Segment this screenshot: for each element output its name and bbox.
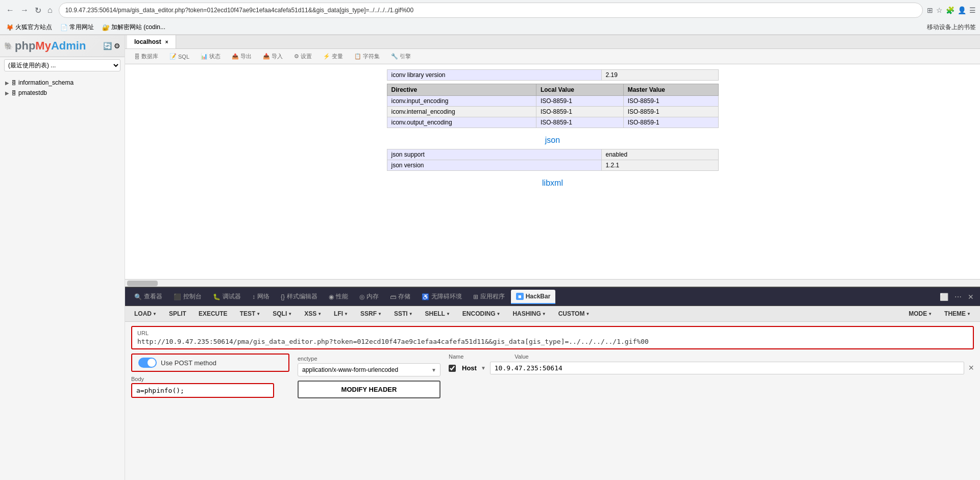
devtools-close-btn[interactable]: ✕ [966, 292, 976, 302]
hackbar-encoding-btn[interactable]: ENCODING ▼ [457, 308, 506, 319]
url-value[interactable]: http://10.9.47.235:50614/pma/gis_data_ed… [137, 338, 968, 345]
hackbar-mode-btn[interactable]: MODE ▼ [903, 308, 937, 319]
sidebar-item-information-schema[interactable]: ▶ 🗄 information_schema [4, 78, 120, 88]
iconv-directives-table: Directive Local Value Master Value iconv… [387, 84, 719, 128]
devtools-tab-storage[interactable]: 🗃 存储 [385, 289, 415, 304]
hackbar-ssrf-btn[interactable]: SSRF ▼ [355, 308, 387, 319]
hackbar-sqli-btn[interactable]: SQLI ▼ [267, 308, 297, 319]
bookmark-firefox[interactable]: 🦊 火狐官方站点 [4, 22, 54, 33]
devtools-tab-debugger[interactable]: 🐛 调试器 [208, 289, 246, 304]
bookmark-crypto[interactable]: 🔐 加解密网站 (codin... [100, 22, 167, 33]
menu-engine[interactable]: 🔧引擎 [386, 50, 416, 63]
hackbar: LOAD ▼ SPLIT EXECUTE TEST ▼ SQLI ▼ XSS ▼… [125, 306, 980, 480]
url-section: URL http://10.9.47.235:50614/pma/gis_dat… [131, 326, 974, 349]
devtools-tab-inspector[interactable]: 🔍 查看器 [129, 289, 167, 304]
devtools-actions: ⬜ ⋯ ✕ [938, 292, 976, 302]
iconv-version-label: iconv library version [387, 70, 601, 81]
test-arrow: ▼ [256, 312, 260, 316]
menu-status[interactable]: 📊状态 [195, 50, 226, 63]
hackbar-lfi-btn[interactable]: LFI ▼ [329, 308, 353, 319]
hackbar-shell-btn[interactable]: SHELL ▼ [420, 308, 455, 319]
application-icon: ⊞ [473, 293, 478, 300]
hackbar-test-btn[interactable]: TEST ▼ [235, 308, 266, 319]
master-output: ISO-8859-1 [623, 117, 718, 128]
bookmark-icon[interactable]: ☆ [936, 6, 943, 14]
menu-settings[interactable]: ⚙设置 [289, 50, 317, 63]
post-method-toggle[interactable] [138, 358, 157, 368]
master-internal: ISO-8859-1 [623, 107, 718, 117]
mobile-bookmarks: 移动设备上的书签 [927, 23, 976, 32]
sidebar-controls: (最近使用的表) ... [0, 57, 125, 73]
console-icon: ⬛ [174, 293, 181, 300]
iconv-version-table: iconv library version 2.19 [387, 69, 719, 81]
menu-icon[interactable]: ☰ [969, 6, 976, 14]
hackbar-hashing-btn[interactable]: HASHING ▼ [507, 308, 551, 319]
network-icon: ↕ [252, 293, 255, 300]
tab-close-icon[interactable]: × [165, 39, 168, 45]
body-input[interactable] [131, 383, 274, 398]
sidebar-refresh-btn[interactable]: 🔄 [103, 42, 112, 50]
horizontal-scrollbar[interactable] [125, 279, 980, 287]
back-button[interactable]: ← [4, 4, 16, 17]
devtools-tab-style-editor[interactable]: {} 样式编辑器 [276, 289, 323, 304]
directive-input: iconv.input_encoding [387, 96, 536, 107]
home-button[interactable]: ⌂ [45, 4, 55, 17]
tab-localhost[interactable]: localhost × [127, 35, 176, 48]
memory-icon: ◎ [359, 293, 364, 300]
reload-button[interactable]: ↻ [33, 4, 43, 17]
devtools-popout-btn[interactable]: ⬜ [938, 292, 950, 302]
devtools-tab-hackbar[interactable]: ■ HackBar [511, 290, 555, 304]
modify-header-button[interactable]: MODIFY HEADER [298, 381, 440, 398]
hackbar-ssti-btn[interactable]: SSTI ▼ [389, 308, 418, 319]
host-checkbox[interactable] [449, 365, 456, 372]
bookmark-common[interactable]: 📄 常用网址 [58, 22, 96, 33]
menu-sql[interactable]: 📝SQL [164, 50, 194, 62]
devtools-tab-console[interactable]: ⬛ 控制台 [168, 289, 207, 304]
menu-charset[interactable]: 📋字符集 [349, 50, 385, 63]
menu-variables[interactable]: ⚡变量 [318, 50, 348, 63]
middle-panel: enctype application/x-www-form-urlencode… [298, 353, 440, 398]
logo-php: php [15, 39, 35, 52]
json-version-label: json version [387, 160, 601, 171]
devtools-tab-application[interactable]: ⊞ 应用程序 [468, 289, 510, 304]
devtools-tab-accessibility[interactable]: ♿ 无障碍环境 [416, 289, 467, 304]
shell-arrow: ▼ [446, 312, 450, 316]
storage-icon: 🗃 [390, 293, 396, 300]
menu-import[interactable]: 📥导入 [258, 50, 288, 63]
performance-icon: ◉ [329, 293, 334, 300]
host-close-button[interactable]: × [968, 363, 974, 373]
host-value-input[interactable] [490, 362, 965, 374]
extensions-icon[interactable]: 🧩 [946, 6, 954, 14]
devtools-tab-performance[interactable]: ◉ 性能 [324, 289, 353, 304]
hackbar-custom-btn[interactable]: CUSTOM ▼ [553, 308, 595, 319]
account-icon[interactable]: 👤 [958, 6, 966, 14]
hackbar-xss-btn[interactable]: XSS ▼ [299, 308, 327, 319]
sidebar-settings-btn[interactable]: ⚙ [114, 42, 120, 50]
hashing-arrow: ▼ [542, 312, 546, 316]
devtools-more-btn[interactable]: ⋯ [952, 292, 964, 302]
devtools-tab-network[interactable]: ↕ 网络 [247, 289, 275, 304]
hackbar-split-btn[interactable]: SPLIT [164, 308, 191, 319]
load-arrow: ▼ [153, 312, 157, 316]
enctype-select[interactable]: application/x-www-form-urlencoded multip… [298, 363, 440, 376]
hackbar-load-btn[interactable]: LOAD ▼ [129, 308, 162, 319]
table-row: json version 1.2.1 [387, 160, 718, 171]
table-row: json support enabled [387, 149, 718, 160]
col-local: Local Value [536, 84, 623, 96]
menu-database[interactable]: 🗄数据库 [129, 50, 163, 63]
sidebar-item-pmatestdb[interactable]: ▶ 🗄 pmatestdb [4, 88, 120, 98]
recent-tables-select[interactable]: (最近使用的表) ... [4, 59, 120, 71]
grid-icon[interactable]: ⊞ [927, 6, 933, 14]
forward-button[interactable]: → [18, 4, 31, 17]
hackbar-theme-btn[interactable]: THEME ▼ [939, 308, 976, 319]
address-bar[interactable]: 10.9.47.235:50614/pma/gis_data_editor.ph… [59, 3, 923, 18]
browser-chrome: ← → ↻ ⌂ 10.9.47.235:50614/pma/gis_data_e… [0, 0, 980, 35]
pma-content: iconv library version 2.19 Directive Loc… [125, 64, 980, 279]
menu-export[interactable]: 📤导出 [227, 50, 257, 63]
value-label: Value [514, 353, 528, 360]
name-label: Name [449, 353, 463, 360]
json-table: json support enabled json version 1.2.1 [387, 149, 719, 171]
devtools-tab-memory[interactable]: ◎ 内存 [354, 289, 384, 304]
main-container: 🐘 phpMyAdmin 🔄 ⚙ (最近使用的表) ... ▶ 🗄 inform… [0, 35, 980, 480]
hackbar-execute-btn[interactable]: EXECUTE [193, 308, 233, 319]
